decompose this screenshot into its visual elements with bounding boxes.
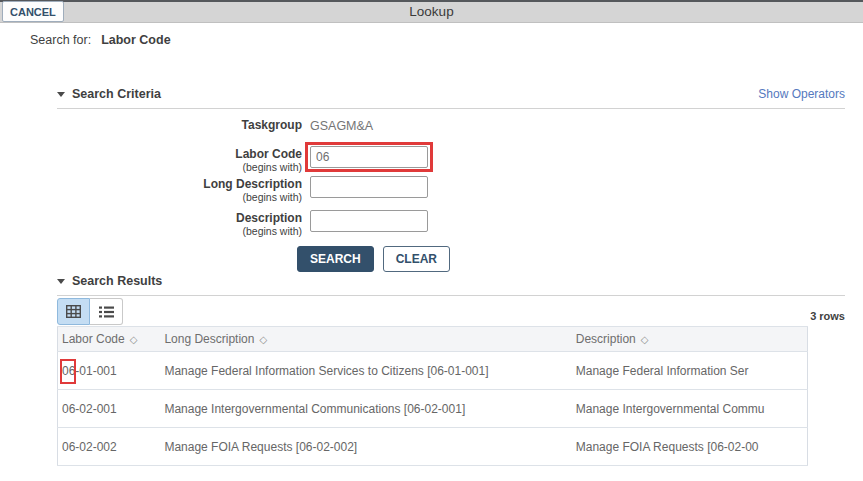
description-sublabel: (begins with) [57, 225, 302, 237]
sort-icon[interactable]: ◇ [259, 334, 267, 345]
list-view-button[interactable] [90, 298, 123, 325]
table-row[interactable]: 06-02-002 Manage FOIA Requests [06-02-00… [58, 428, 808, 466]
labor-code-row: Labor Code (begins with) [57, 142, 845, 173]
description-label: Description [57, 211, 302, 225]
taskgroup-label: Taskgroup [57, 118, 302, 132]
labor-code-input[interactable] [310, 146, 428, 168]
modal-titlebar: Lookup [0, 0, 863, 23]
collapse-caret-icon [57, 92, 65, 97]
results-toolbar: 3 rows [57, 298, 845, 326]
collapse-caret-icon [57, 279, 65, 284]
search-button[interactable]: SEARCH [297, 246, 374, 272]
modal-title: Lookup [0, 0, 863, 23]
sort-icon[interactable]: ◇ [130, 334, 138, 345]
long-description-sublabel: (begins with) [57, 191, 302, 203]
criteria-form: Taskgroup GSAGM&A Labor Code (begins wit… [57, 117, 845, 272]
search-criteria-section: Search Criteria Show Operators Taskgroup… [57, 87, 845, 272]
cell-description[interactable]: Manage Federal Information Ser [572, 352, 808, 390]
search-for-value: Labor Code [101, 33, 170, 47]
search-criteria-title: Search Criteria [72, 87, 161, 102]
search-for-label: Search for: [30, 33, 91, 47]
top-divider [0, 0, 863, 2]
sort-icon[interactable]: ◇ [641, 334, 649, 345]
list-icon [99, 306, 114, 318]
column-header-labor-code[interactable]: Labor Code◇ [58, 327, 161, 352]
cell-long-description[interactable]: Manage FOIA Requests [06-02-002] [160, 428, 571, 466]
cell-description[interactable]: Manage Intergovernmental Commu [572, 390, 808, 428]
cell-long-description[interactable]: Manage Intergovernmental Communications … [160, 390, 571, 428]
cell-long-description[interactable]: Manage Federal Information Services to C… [160, 352, 571, 390]
cell-description[interactable]: Manage FOIA Requests [06-02-00 [572, 428, 808, 466]
long-description-label: Long Description [57, 177, 302, 191]
taskgroup-value: GSAGM&A [310, 117, 373, 133]
search-results-section: Search Results [57, 274, 845, 466]
description-input[interactable] [310, 210, 428, 232]
grid-view-button[interactable] [57, 298, 90, 325]
cell-labor-code[interactable]: 06-02-001 [58, 390, 161, 428]
long-description-row: Long Description (begins with) [57, 176, 845, 203]
table-row[interactable]: 06-01-001 Manage Federal Information Ser… [58, 352, 808, 390]
grid-icon [66, 305, 81, 318]
search-results-title: Search Results [72, 274, 162, 289]
labor-code-label: Labor Code [57, 147, 302, 161]
row-count: 3 rows [810, 310, 845, 322]
view-toggle-group [57, 298, 123, 325]
search-for-line: Search for:Labor Code [30, 33, 171, 47]
table-row[interactable]: 06-02-001 Manage Intergovernmental Commu… [58, 390, 808, 428]
results-table: Labor Code◇ Long Description◇ Descriptio… [57, 326, 808, 466]
taskgroup-row: Taskgroup GSAGM&A [57, 117, 845, 133]
cancel-button[interactable]: CANCEL [2, 1, 64, 22]
search-results-toggle[interactable]: Search Results [57, 274, 162, 289]
labor-code-sublabel: (begins with) [57, 161, 302, 173]
column-header-description[interactable]: Description◇ [572, 327, 808, 352]
search-criteria-header: Search Criteria Show Operators [57, 87, 845, 109]
search-results-header: Search Results [57, 274, 845, 296]
cell-labor-code[interactable]: 06-02-002 [58, 428, 161, 466]
criteria-buttons: SEARCH CLEAR [297, 246, 845, 272]
column-header-long-description[interactable]: Long Description◇ [160, 327, 571, 352]
cell-labor-code[interactable]: 06-01-001 [58, 352, 161, 390]
search-criteria-toggle[interactable]: Search Criteria [57, 87, 161, 102]
show-operators-link[interactable]: Show Operators [758, 87, 845, 102]
table-header-row: Labor Code◇ Long Description◇ Descriptio… [58, 327, 808, 352]
clear-button[interactable]: CLEAR [383, 246, 450, 272]
long-description-input[interactable] [310, 176, 428, 198]
description-row: Description (begins with) [57, 210, 845, 237]
lookup-modal: Lookup CANCEL Search for:Labor Code Sear… [0, 0, 863, 481]
annotation-box-labor-code-input [305, 142, 433, 172]
